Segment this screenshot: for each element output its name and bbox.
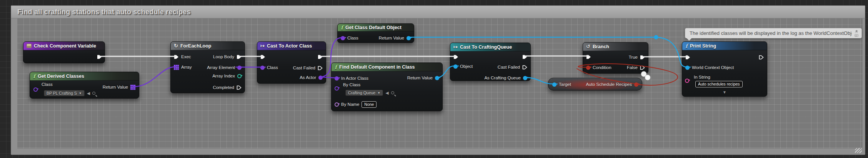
class-default-widget[interactable]: BP PL Crafting S ▼ ◀ bbox=[44, 90, 95, 96]
loop-body-exec-pin[interactable] bbox=[237, 54, 242, 59]
node-cast-to-crafting-queue[interactable]: ↦ Cast To CraftingQueue Object Cast Fail… bbox=[450, 43, 531, 81]
exec-in-row[interactable] bbox=[260, 54, 265, 60]
cast-failed-exec-pin[interactable] bbox=[318, 66, 323, 71]
array-element-pin[interactable] bbox=[237, 66, 242, 70]
target-pin[interactable] bbox=[552, 82, 556, 87]
as-actor-pin[interactable] bbox=[318, 76, 323, 80]
exec-out-pin[interactable] bbox=[318, 54, 323, 59]
loop-body-row[interactable]: Loop Body bbox=[213, 54, 242, 60]
exec-out-pin[interactable] bbox=[97, 54, 102, 59]
exec-in-pin[interactable] bbox=[586, 54, 591, 59]
node-get-class-default-object[interactable]: f Get Class Default Object Class Return … bbox=[337, 23, 414, 43]
as-crafting-queue-pin[interactable] bbox=[523, 76, 527, 80]
expand-node-arrow[interactable]: ▼ bbox=[723, 90, 726, 94]
exec-out-pin-row[interactable] bbox=[97, 54, 102, 60]
node-header[interactable]: ↦ Cast To CraftingQueue bbox=[450, 43, 530, 51]
exec-in-row[interactable] bbox=[685, 54, 690, 60]
exec-in-pin[interactable] bbox=[174, 54, 179, 59]
completed-row[interactable]: Completed bbox=[213, 84, 242, 91]
class-input-pin[interactable] bbox=[33, 87, 38, 92]
exec-in-row[interactable] bbox=[453, 54, 458, 60]
node-foreach-loop[interactable]: ↻ ForEachLoop Exec Array Loop Body Array… bbox=[170, 41, 245, 93]
node-get-auto-schedule-recipes[interactable]: Target Auto Schedule Recipes bbox=[548, 78, 642, 91]
class-dropdown[interactable]: BP PL Crafting S ▼ bbox=[44, 90, 85, 96]
return-value-row[interactable]: Return Value bbox=[407, 75, 439, 81]
node-header[interactable]: ↺ Branch bbox=[583, 43, 648, 51]
return-value-row[interactable]: Return Value bbox=[379, 35, 411, 41]
node-header[interactable]: f Get Derived Classes bbox=[30, 72, 139, 81]
node-print-string[interactable]: f Print String World Context Object In S… bbox=[682, 41, 767, 97]
exec-in-pin[interactable] bbox=[453, 54, 458, 59]
return-value-pin[interactable] bbox=[407, 36, 411, 40]
reset-to-default-icon[interactable]: ◀ bbox=[385, 91, 388, 95]
node-check-component-variable[interactable]: Check Component Variable bbox=[23, 41, 105, 63]
node-header[interactable]: ↦ Cast To Actor Class bbox=[257, 42, 326, 50]
by-class-widget[interactable]: Crafting Queue ▼ ◀ bbox=[345, 90, 394, 96]
cast-failed-exec-pin[interactable] bbox=[522, 65, 527, 70]
node-get-derived-classes[interactable]: f Get Derived Classes Class BP PL Crafti… bbox=[30, 72, 139, 99]
completed-exec-pin[interactable] bbox=[237, 85, 242, 90]
auto-schedule-recipes-row[interactable]: Auto Schedule Recipes bbox=[586, 81, 638, 87]
in-string-textbox[interactable]: Auto schedules recipes bbox=[695, 81, 743, 87]
cast-failed-row[interactable]: Cast Failed bbox=[498, 64, 527, 70]
node-branch[interactable]: ↺ Branch Condition True False bbox=[583, 42, 648, 74]
exec-in-pin[interactable] bbox=[685, 55, 690, 60]
auto-schedule-recipes-pin[interactable] bbox=[634, 82, 638, 87]
blueprint-graph-canvas[interactable]: Find all crafting stations that auto sch… bbox=[0, 0, 868, 158]
exec-in-row[interactable] bbox=[586, 54, 591, 60]
true-exec-pin[interactable] bbox=[640, 55, 645, 60]
exec-out-row[interactable] bbox=[522, 54, 527, 60]
target-row[interactable]: Target bbox=[552, 81, 571, 87]
bubble-options-icon[interactable] bbox=[855, 34, 858, 37]
node-cast-to-actor-class[interactable]: ↦ Cast To Actor Class Class Cast Failed … bbox=[257, 41, 326, 84]
true-row[interactable]: True bbox=[629, 54, 645, 60]
exec-out-row[interactable] bbox=[759, 54, 764, 60]
by-name-textbox[interactable]: None bbox=[362, 101, 377, 108]
by-name-row[interactable]: By Name None bbox=[335, 101, 377, 107]
in-actor-class-row[interactable]: In Actor Class bbox=[335, 75, 368, 81]
node-header[interactable]: f Print String bbox=[682, 42, 767, 50]
array-in-row[interactable]: Array bbox=[174, 64, 192, 70]
object-input-pin[interactable] bbox=[453, 64, 458, 69]
comment-title-bar[interactable]: Find all crafting stations that auto sch… bbox=[11, 6, 865, 18]
comment-resize-handle[interactable] bbox=[855, 148, 862, 153]
as-crafting-queue-row[interactable]: As Crafting Queue bbox=[484, 75, 527, 81]
array-return-pin[interactable] bbox=[130, 85, 132, 86]
browse-asset-icon[interactable] bbox=[391, 91, 394, 94]
exec-in-pin[interactable] bbox=[260, 54, 265, 59]
by-name-pin[interactable] bbox=[335, 102, 339, 107]
node-header[interactable]: f Find Default Component in Class bbox=[332, 63, 442, 71]
in-actor-class-pin[interactable] bbox=[335, 76, 339, 81]
node-comment-bubble[interactable]: The identified classes will be displayed… bbox=[685, 28, 862, 38]
world-context-pin[interactable] bbox=[685, 66, 690, 70]
cast-failed-row[interactable]: Cast Failed bbox=[293, 65, 323, 71]
exec-out-pin[interactable] bbox=[522, 54, 527, 59]
in-string-pin[interactable] bbox=[685, 79, 689, 83]
condition-row[interactable]: Condition bbox=[586, 64, 611, 71]
array-index-row[interactable]: Array Index bbox=[212, 73, 242, 79]
as-actor-row[interactable]: As Actor bbox=[300, 74, 323, 81]
browse-asset-icon[interactable] bbox=[92, 92, 95, 95]
by-class-dropdown[interactable]: Crafting Queue ▼ bbox=[345, 90, 383, 96]
reset-to-default-icon[interactable]: ◀ bbox=[87, 91, 90, 95]
node-header[interactable]: ↻ ForEachLoop bbox=[171, 42, 245, 50]
return-value-row[interactable]: Return Value bbox=[103, 84, 135, 90]
false-row[interactable]: False bbox=[627, 64, 645, 71]
array-element-row[interactable]: Array Element bbox=[207, 64, 242, 71]
array-index-pin[interactable] bbox=[237, 74, 242, 78]
condition-pin[interactable] bbox=[586, 66, 590, 70]
exec-out-row[interactable] bbox=[318, 54, 323, 60]
class-input-pin[interactable] bbox=[341, 36, 345, 40]
object-in-row[interactable]: Object bbox=[453, 63, 473, 69]
node-header[interactable]: f Get Class Default Object bbox=[338, 24, 414, 31]
false-exec-pin[interactable] bbox=[640, 65, 645, 70]
exec-in-row[interactable]: Exec bbox=[174, 54, 191, 60]
by-class-pin[interactable] bbox=[335, 86, 339, 91]
world-context-row[interactable]: World Context Object bbox=[685, 64, 734, 71]
pin-bubble-icon[interactable] bbox=[854, 30, 858, 34]
exec-out-pin[interactable] bbox=[759, 55, 764, 60]
return-value-pin[interactable] bbox=[435, 76, 439, 80]
array-input-pin[interactable] bbox=[174, 65, 175, 66]
node-header[interactable]: Check Component Variable bbox=[23, 42, 105, 50]
class-in-row[interactable]: Class bbox=[341, 35, 358, 41]
